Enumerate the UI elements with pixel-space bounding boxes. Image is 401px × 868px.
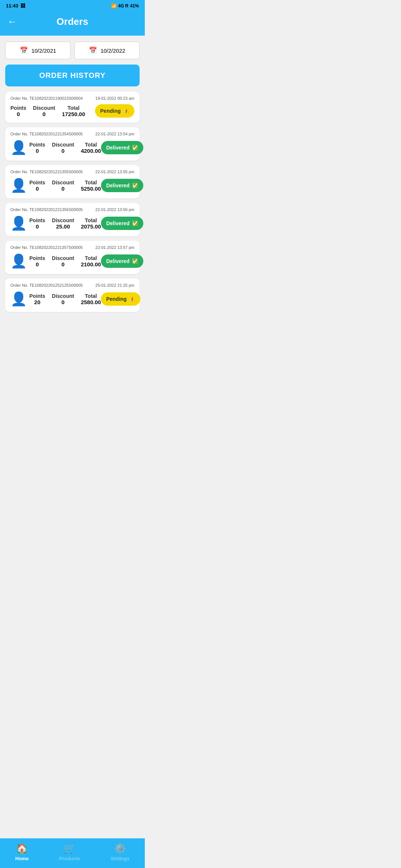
total-value: 5250.00 xyxy=(81,185,101,192)
points-col: Points 0 xyxy=(29,255,45,267)
page-title: Orders xyxy=(56,16,88,27)
points-value: 20 xyxy=(34,299,40,305)
status-label: Pending xyxy=(106,296,127,302)
points-label: Points xyxy=(10,105,26,111)
discount-label: Discount xyxy=(52,142,74,148)
discount-col: Discount 0 xyxy=(52,142,74,154)
discount-col: Discount 0 xyxy=(33,105,55,117)
order-header: Order No. TE108202201190023S00004 19-01-… xyxy=(10,96,134,101)
order-number: Order No. TE108202201190023S00004 xyxy=(10,96,83,101)
order-stats: Points 0 Discount 0 Total 17250.00 xyxy=(10,105,95,117)
discount-col: Discount 0 xyxy=(52,293,74,305)
status-icon: ⚠️ xyxy=(129,296,135,302)
end-date-label: 10/2/2022 xyxy=(101,47,125,54)
start-date-label: 10/2/2021 xyxy=(32,47,56,54)
order-body: 👤 Points 0 Discount 0 Total 4200.00 Deli… xyxy=(10,140,134,155)
points-label: Points xyxy=(29,293,45,299)
total-value: 17250.00 xyxy=(62,111,85,117)
order-datetime: 22-01-2022 13:54 pm xyxy=(95,132,134,136)
status-badge: Pending ⚠️ xyxy=(101,292,140,306)
order-card-5[interactable]: Order No. TE108202201221357S00005 22-01-… xyxy=(5,241,140,274)
order-card-6[interactable]: Order No. TE108202201252125S00005 25-01-… xyxy=(5,279,140,312)
total-value: 2100.00 xyxy=(81,261,101,267)
status-badge: Delivered ✅ xyxy=(101,141,143,154)
order-datetime: 22-01-2022 13:55 pm xyxy=(95,170,134,174)
order-header: Order No. TE108202201221354S00005 22-01-… xyxy=(10,132,134,136)
order-number: Order No. TE108202201221355S00005 xyxy=(10,170,83,174)
order-card-2[interactable]: Order No. TE108202201221354S00005 22-01-… xyxy=(5,127,140,161)
order-stats: Points 0 Discount 25.00 Total 2075.00 xyxy=(29,217,101,230)
order-card-3[interactable]: Order No. TE108202201221355S00005 22-01-… xyxy=(5,165,140,198)
status-label: Delivered xyxy=(106,220,130,226)
discount-value: 0 xyxy=(62,185,65,192)
status-badge: Delivered ✅ xyxy=(101,179,143,192)
user-icon: 👤 xyxy=(10,216,27,231)
total-label: Total xyxy=(68,105,79,111)
user-icon: 👤 xyxy=(10,253,27,269)
points-col: Points 0 xyxy=(29,217,45,230)
order-header: Order No. TE108202201221356S00005 22-01-… xyxy=(10,207,134,212)
status-time: 11:43 xyxy=(6,3,18,9)
status-label: Delivered xyxy=(106,145,130,151)
total-label: Total xyxy=(85,180,97,185)
status-icon: ✅ xyxy=(132,145,138,151)
status-badge: Delivered ✅ xyxy=(101,217,143,230)
order-card-4[interactable]: Order No. TE108202201221356S00005 22-01-… xyxy=(5,203,140,236)
end-date-button[interactable]: 📅 10/2/2022 xyxy=(74,42,140,59)
total-value: 2580.00 xyxy=(81,299,101,305)
points-label: Points xyxy=(29,217,45,223)
order-history-button[interactable]: ORDER HISTORY xyxy=(5,65,140,86)
discount-label: Discount xyxy=(52,180,74,185)
orders-list: Order No. TE108202201190023S00004 19-01-… xyxy=(5,92,140,312)
points-label: Points xyxy=(29,255,45,261)
battery-text: 41% xyxy=(130,3,139,9)
calendar-end-icon: 📅 xyxy=(89,46,97,55)
total-col: Total 2580.00 xyxy=(81,293,101,305)
order-body: Points 0 Discount 0 Total 17250.00 Pendi… xyxy=(10,104,134,118)
points-value: 0 xyxy=(17,111,20,117)
order-number: Order No. TE108202201221354S00005 xyxy=(10,132,83,136)
order-datetime: 22-01-2022 13:56 pm xyxy=(95,207,134,212)
order-body: 👤 Points 0 Discount 0 Total 2100.00 Deli… xyxy=(10,253,134,269)
order-header: Order No. TE108202201221357S00005 22-01-… xyxy=(10,245,134,250)
calendar-start-icon: 📅 xyxy=(20,46,28,55)
points-label: Points xyxy=(29,142,45,148)
discount-value: 0 xyxy=(62,261,65,267)
points-col: Points 0 xyxy=(29,180,45,192)
status-right: 📶 4G R 41% xyxy=(111,3,139,9)
total-col: Total 2100.00 xyxy=(81,255,101,267)
order-stats: Points 20 Discount 0 Total 2580.00 xyxy=(29,293,101,305)
order-number: Order No. TE108202201221357S00005 xyxy=(10,245,83,250)
order-body: 👤 Points 0 Discount 0 Total 5250.00 Deli… xyxy=(10,178,134,193)
start-date-button[interactable]: 📅 10/2/2021 xyxy=(5,42,71,59)
order-datetime: 19-01-2022 00:23 am xyxy=(95,96,134,101)
order-header: Order No. TE108202201252125S00005 25-01-… xyxy=(10,283,134,287)
user-icon: 👤 xyxy=(10,140,27,155)
back-button[interactable]: ← xyxy=(7,16,17,27)
discount-label: Discount xyxy=(52,255,74,261)
order-card-1[interactable]: Order No. TE108202201190023S00004 19-01-… xyxy=(5,92,140,123)
order-header: Order No. TE108202201221355S00005 22-01-… xyxy=(10,170,134,174)
date-filter-row: 📅 10/2/2021 📅 10/2/2022 xyxy=(5,42,140,59)
points-label: Points xyxy=(29,180,45,185)
order-number: Order No. TE108202201252125S00005 xyxy=(10,283,83,287)
points-col: Points 20 xyxy=(29,293,45,305)
user-icon: 👤 xyxy=(10,291,27,307)
total-value: 4200.00 xyxy=(81,148,101,154)
total-label: Total xyxy=(85,255,97,261)
points-col: Points 0 xyxy=(29,142,45,154)
points-value: 0 xyxy=(36,148,39,154)
discount-col: Discount 0 xyxy=(52,180,74,192)
order-body: 👤 Points 20 Discount 0 Total 2580.00 Pen… xyxy=(10,291,134,307)
header: ← Orders xyxy=(0,11,145,36)
order-number: Order No. TE108202201221356S00005 xyxy=(10,207,83,212)
order-datetime: 22-01-2022 13:57 pm xyxy=(95,245,134,250)
points-value: 0 xyxy=(36,185,39,192)
discount-value: 0 xyxy=(43,111,46,117)
discount-label: Discount xyxy=(33,105,55,111)
status-icon: ✅ xyxy=(132,258,138,264)
points-value: 0 xyxy=(36,261,39,267)
status-label: Pending xyxy=(100,108,121,114)
status-label: Delivered xyxy=(106,258,130,264)
discount-value: 0 xyxy=(62,148,65,154)
